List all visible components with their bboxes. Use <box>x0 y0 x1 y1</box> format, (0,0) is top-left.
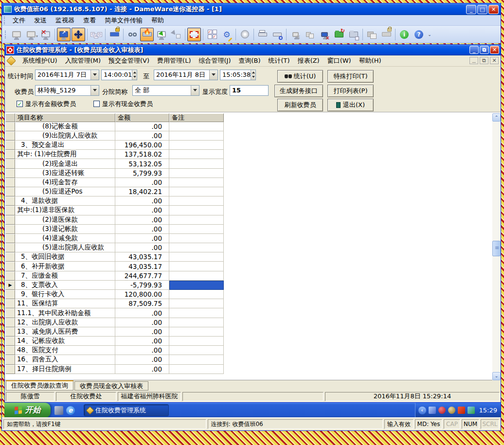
folder-transfer-icon[interactable]: ↻ <box>332 28 346 41</box>
table-row[interactable]: 6、补开新收据43,035.17 <box>5 262 224 271</box>
remark-cell[interactable] <box>169 225 224 234</box>
scroll-up-button[interactable]: ⌃ <box>492 113 501 122</box>
table-row[interactable]: 其中: (1)冲住院费用137,518.02 <box>5 150 224 159</box>
remark-cell-selected[interactable] <box>169 281 224 290</box>
flame-keyboard-icon[interactable]: 🔥 <box>140 28 154 41</box>
item-name-cell[interactable]: (8)记帐金额 <box>15 122 115 131</box>
table-row[interactable]: 48、医院支付.00 <box>5 346 224 355</box>
item-name-cell[interactable]: 17、择日住院病例 <box>15 365 115 374</box>
remark-cell[interactable] <box>169 215 224 225</box>
amount-cell[interactable]: .00 <box>115 196 169 206</box>
remark-cell[interactable] <box>169 252 224 262</box>
close-button[interactable]: ✕ <box>488 5 499 14</box>
amount-cell[interactable]: 196,450.00 <box>115 141 169 150</box>
remark-cell[interactable] <box>169 327 224 337</box>
remark-cell[interactable] <box>169 141 224 150</box>
row-header[interactable] <box>5 308 15 318</box>
connect-icon[interactable] <box>10 28 23 41</box>
menu-reports[interactable]: 报表(Z) <box>294 55 324 66</box>
col-item-name[interactable]: 项目名称 <box>15 113 115 122</box>
screen-border-icon[interactable] <box>187 28 201 41</box>
row-header[interactable] <box>5 141 15 150</box>
minimize-button[interactable]: _ <box>466 5 476 14</box>
amount-cell[interactable]: .00 <box>115 225 169 234</box>
item-name-cell[interactable]: (2)退医保款 <box>15 215 115 225</box>
view-only-icon[interactable] <box>126 28 139 41</box>
exit-button[interactable]: 退出(X) <box>327 99 374 111</box>
amount-cell[interactable]: -5,799.93 <box>115 281 169 290</box>
row-header[interactable] <box>5 122 15 131</box>
row-header[interactable] <box>5 215 15 225</box>
row-header[interactable] <box>5 327 15 337</box>
menu-app-help[interactable]: 帮助(H) <box>355 55 385 66</box>
table-row[interactable]: (3)应退还转账5,799.93 <box>5 169 224 178</box>
refresh-cashiers-button[interactable]: 刷新收费员 <box>277 99 323 111</box>
tab-cashier-payment-query[interactable]: 住院收费员缴款查询 <box>6 380 73 391</box>
row-header[interactable] <box>5 150 15 159</box>
amount-cell[interactable]: 137,518.02 <box>115 150 169 159</box>
statistics-button[interactable]: 统计(U) <box>277 70 323 83</box>
item-name-cell[interactable]: 3、预交金退出 <box>15 141 115 150</box>
financial-interface-button[interactable]: 生成财务接口 <box>274 85 323 97</box>
scroll-down-button[interactable]: ⌄ <box>492 372 501 380</box>
amount-cell[interactable]: .00 <box>115 131 169 141</box>
item-name-cell[interactable]: 11.1、其中民政补助金额 <box>15 308 115 318</box>
table-row[interactable]: 3、预交金退出196,450.00 <box>5 141 224 150</box>
col-amount[interactable]: 金额 <box>115 113 169 122</box>
item-name-cell[interactable]: 12、出院病人应收款 <box>15 318 115 327</box>
menu-query[interactable]: 查询(B) <box>234 55 264 66</box>
settings-checks-icon[interactable]: ✓✓ <box>205 28 219 41</box>
scroll-thumb[interactable] <box>492 241 501 256</box>
net-window-icon[interactable] <box>303 28 317 41</box>
time-to-spinner[interactable]: 15:05:38 <box>220 70 256 80</box>
menu-system-maint[interactable]: 系统维护(U) <box>18 55 61 66</box>
remark-cell[interactable] <box>169 122 224 131</box>
item-name-cell[interactable]: 9、银行卡收入 <box>15 290 115 299</box>
collapse-chevron-icon[interactable]: ‹ <box>418 407 426 414</box>
amount-cell[interactable]: 43,035.17 <box>115 262 169 271</box>
amount-cell[interactable]: .00 <box>115 327 169 337</box>
table-row[interactable]: (5)应退还Pos18,402.21 <box>5 187 224 196</box>
audio-icon[interactable] <box>448 407 455 414</box>
show-amount-cashiers-checkbox[interactable]: ✓显示有金额收费员 <box>17 100 76 108</box>
cashier-select[interactable]: 林玲梅_5129 <box>35 85 99 96</box>
menu-fees[interactable]: 费用管理(L) <box>153 55 195 66</box>
amount-cell[interactable]: .00 <box>115 337 169 346</box>
item-name-cell[interactable]: 其中:(1)退非医保款 <box>15 206 115 215</box>
folder-app-icon[interactable] <box>347 28 360 41</box>
date-from-picker[interactable]: 2016年11月 7日 <box>35 70 99 80</box>
row-header[interactable] <box>5 252 15 262</box>
row-header[interactable] <box>5 299 15 308</box>
show-cash-cashiers-checkbox[interactable]: 显示有现金收费员 <box>93 100 153 108</box>
start-button[interactable]: 开始 <box>4 403 51 417</box>
amount-cell[interactable]: .00 <box>115 234 169 243</box>
table-row[interactable]: (9)出院病人应收款.00 <box>5 131 224 141</box>
remark-cell[interactable] <box>169 243 224 252</box>
display-width-input[interactable]: 15 <box>230 85 269 96</box>
cd-icon[interactable] <box>238 28 252 41</box>
table-row[interactable]: (5)退出院病人应收款.00 <box>5 243 224 252</box>
item-name-cell[interactable]: (4)现金暂存 <box>15 178 115 187</box>
table-row[interactable]: (4)现金暂存.00 <box>5 178 224 187</box>
item-name-cell[interactable]: (3)应退还转账 <box>15 169 115 178</box>
remark-cell[interactable] <box>169 346 224 355</box>
remote-cursor-icon[interactable] <box>155 28 168 41</box>
menu-comprehensive[interactable]: 综合管理(J) <box>195 55 234 66</box>
menu-window[interactable]: 窗口(W) <box>324 55 355 66</box>
amount-cell[interactable]: .00 <box>115 206 169 215</box>
row-header[interactable] <box>5 337 15 346</box>
row-header[interactable] <box>5 187 15 196</box>
item-name-cell[interactable]: 48、医院支付 <box>15 346 115 355</box>
amount-cell[interactable]: 43,035.17 <box>115 252 169 262</box>
tab-cash-income-audit[interactable]: 收费员现金收入审核表 <box>74 381 148 391</box>
row-header[interactable] <box>5 243 15 252</box>
monitor-delete-icon[interactable]: ✕ <box>318 28 331 41</box>
row-header[interactable] <box>5 159 15 168</box>
item-name-cell[interactable]: 8、支票收入 <box>15 281 115 290</box>
menu-deposit[interactable]: 预交金管理(V) <box>105 55 153 66</box>
print-icon[interactable] <box>256 28 270 41</box>
amount-cell[interactable]: 18,402.21 <box>115 187 169 196</box>
app-launcher-icon[interactable] <box>54 406 63 415</box>
row-header[interactable] <box>5 290 15 299</box>
table-row[interactable]: (4)退减免款.00 <box>5 234 224 243</box>
